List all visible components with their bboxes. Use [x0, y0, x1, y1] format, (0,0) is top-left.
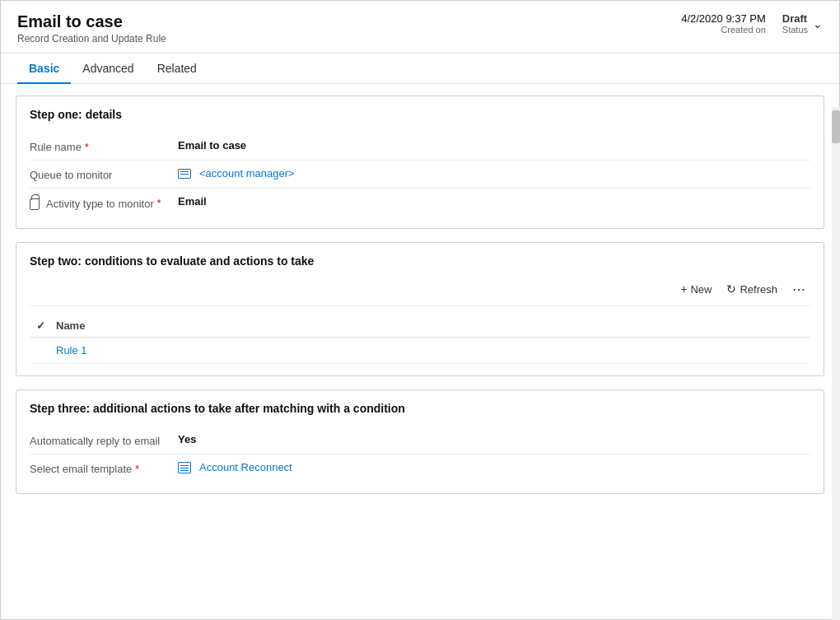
refresh-icon: ↻	[726, 282, 736, 296]
field-label-activity-type: Activity type to monitor *	[30, 195, 178, 210]
check-column: ✓	[36, 319, 56, 332]
status-text: Draft	[782, 12, 808, 25]
created-date: 4/2/2020 9:37 PM	[681, 12, 766, 25]
field-label-email-template: Select email template *	[30, 461, 178, 475]
main-content: Step one: details Rule name * Email to c…	[1, 84, 839, 605]
new-button[interactable]: + New	[675, 279, 716, 299]
field-row-email-template: Select email template * Account Reconnec…	[30, 455, 810, 482]
refresh-button[interactable]: ↻ Refresh	[721, 279, 782, 299]
step-three-card: Step three: additional actions to take a…	[16, 389, 824, 494]
field-label-rule-name: Rule name *	[30, 139, 178, 153]
table-row: Rule 1	[30, 338, 810, 364]
tab-related[interactable]: Related	[146, 54, 208, 83]
field-label-auto-reply: Automatically reply to email	[30, 433, 178, 447]
page-header: Email to case Record Creation and Update…	[1, 1, 839, 54]
step-three-title: Step three: additional actions to take a…	[30, 402, 810, 415]
name-column-header: Name	[56, 319, 85, 332]
tab-basic[interactable]: Basic	[17, 54, 71, 83]
header-right: 4/2/2020 9:37 PM Created on Draft Status…	[681, 12, 823, 35]
table-header: ✓ Name	[30, 315, 810, 338]
page-subtitle: Record Creation and Update Rule	[17, 33, 166, 44]
plus-icon: +	[680, 282, 687, 296]
step-two-toolbar: + New ↻ Refresh ⋯	[30, 279, 810, 306]
required-star-template: *	[135, 464, 139, 475]
more-options-button[interactable]: ⋯	[787, 280, 810, 299]
checkmark-icon: ✓	[36, 319, 45, 332]
rule-1-link[interactable]: Rule 1	[56, 344, 87, 357]
field-value-auto-reply: Yes	[178, 433, 810, 445]
required-star-activity: *	[157, 198, 161, 209]
email-template-icon	[178, 462, 191, 473]
field-value-email-template[interactable]: Account Reconnect	[178, 461, 810, 473]
page-title: Email to case	[17, 12, 166, 31]
queue-icon	[178, 169, 191, 179]
field-row-rule-name: Rule name * Email to case	[30, 133, 810, 161]
tabs-bar: Basic Advanced Related	[1, 54, 839, 84]
field-row-auto-reply: Automatically reply to email Yes	[30, 427, 810, 455]
field-value-queue[interactable]: <account manager>	[178, 167, 810, 179]
step-one-card: Step one: details Rule name * Email to c…	[16, 96, 824, 229]
field-label-queue: Queue to monitor	[30, 167, 178, 181]
status-section: Draft Status ⌄	[782, 12, 823, 35]
field-row-activity-type: Activity type to monitor * Email	[30, 189, 810, 217]
field-value-activity-type: Email	[178, 195, 810, 207]
header-left: Email to case Record Creation and Update…	[17, 12, 166, 44]
step-two-card: Step two: conditions to evaluate and act…	[16, 242, 824, 376]
chevron-down-icon[interactable]: ⌄	[813, 17, 823, 30]
scrollbar-thumb[interactable]	[832, 110, 840, 143]
step-two-title: Step two: conditions to evaluate and act…	[30, 254, 810, 268]
field-row-queue: Queue to monitor <account manager>	[30, 161, 810, 189]
step-one-title: Step one: details	[30, 108, 810, 121]
status-label: Status	[782, 25, 808, 35]
scrollbar[interactable]	[832, 107, 840, 620]
tab-advanced[interactable]: Advanced	[71, 54, 145, 83]
created-label: Created on	[681, 25, 766, 35]
status-col: Draft Status	[782, 12, 808, 35]
field-value-rule-name: Email to case	[178, 139, 810, 152]
required-star: *	[85, 142, 89, 153]
header-meta: 4/2/2020 9:37 PM Created on	[681, 12, 766, 35]
lock-icon	[30, 198, 40, 210]
